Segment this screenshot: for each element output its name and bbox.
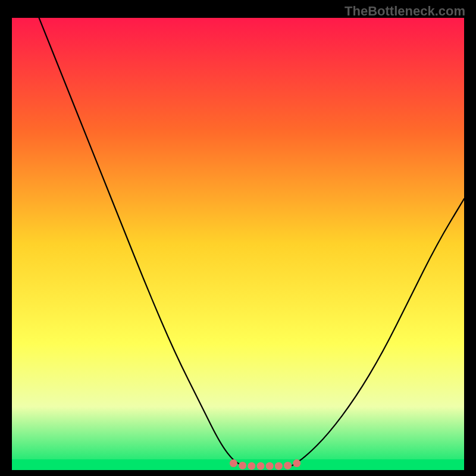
watermark-text: TheBottleneck.com: [345, 4, 465, 19]
optimal-dot: [266, 462, 274, 470]
optimal-dot: [239, 462, 246, 469]
bottleneck-chart: [12, 18, 464, 470]
optimal-dot: [248, 462, 255, 470]
optimal-dot: [284, 462, 292, 469]
chart-background: [12, 18, 464, 470]
optimal-dot: [257, 462, 265, 470]
optimal-dot: [230, 459, 237, 467]
optimal-dot: [275, 462, 283, 470]
optimal-dot: [293, 459, 300, 467]
chart-svg: [12, 18, 464, 470]
green-band: [12, 459, 464, 470]
